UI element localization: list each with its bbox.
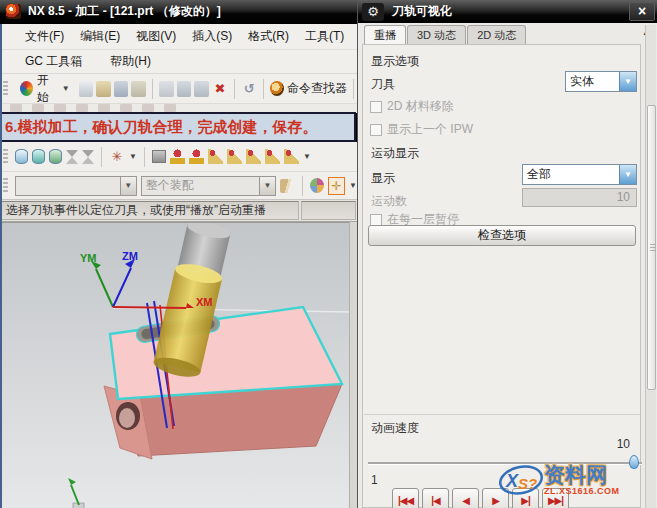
operation-icon-5[interactable]: [284, 149, 299, 164]
panel-header[interactable]: ⚙ 刀轨可视化 ×: [358, 0, 657, 23]
selection-bar: ▼ 整个装配 ▼ ✛ ▼: [0, 172, 357, 200]
separator: [152, 79, 153, 99]
snap-point-icon[interactable]: [310, 178, 324, 193]
part-top-face[interactable]: [110, 307, 342, 399]
checkbox-icon[interactable]: [370, 124, 382, 136]
postprocess-icon[interactable]: [82, 150, 94, 164]
annotation-banner: 6.模拟加工，确认刀轨合理，完成创建，保存。: [0, 112, 356, 142]
chevron-down-icon[interactable]: ▼: [619, 165, 636, 184]
checkbox-2d-material-removal[interactable]: 2D 材料移除: [370, 98, 454, 115]
display-options-header: 显示选项: [371, 53, 419, 70]
panel-tabs: 重播 3D 动态 2D 动态: [364, 25, 527, 44]
checkbox-label: 显示上一个 IPW: [387, 121, 473, 138]
add-icon[interactable]: [159, 81, 174, 97]
separator: [263, 79, 264, 99]
toolbar-grip[interactable]: [3, 81, 8, 97]
close-icon[interactable]: ×: [629, 2, 655, 21]
operation-icon-3[interactable]: [246, 149, 261, 164]
motion-count-field[interactable]: 10: [522, 188, 637, 207]
menu-tools[interactable]: 工具(T): [298, 26, 351, 47]
delete-icon[interactable]: ✖: [212, 81, 228, 97]
watermark-name: 资料网: [544, 464, 620, 485]
undo-icon[interactable]: ↺: [241, 81, 257, 97]
toolpath-visualization-panel: ⚙ 刀轨可视化 × 重播 3D 动态 2D 动态 ▲ 显示选项 刀具 实体 ▼ …: [357, 0, 657, 508]
menu-view[interactable]: 视图(V): [129, 26, 183, 47]
list-toolpath-icon[interactable]: [66, 150, 78, 164]
scrollbar-thumb[interactable]: [647, 105, 656, 390]
replay-toolpath-icon[interactable]: [32, 149, 45, 164]
tab-2d-dynamic[interactable]: 2D 动态: [467, 25, 526, 44]
open-file-icon[interactable]: [96, 81, 111, 97]
window-title: NX 8.5 - 加工 - [121.prt （修改的）]: [28, 3, 221, 20]
graphics-viewport[interactable]: YM ZM XM: [0, 222, 357, 508]
toolbar-grip[interactable]: [3, 149, 8, 165]
watermark-logo: X S?: [498, 460, 544, 500]
menu-file[interactable]: 文件(F): [18, 26, 71, 47]
point-on-face-icon[interactable]: ✛: [328, 177, 345, 195]
display-label: 显示: [371, 170, 395, 187]
watermark-site: ZL.XS1616.COM: [544, 487, 620, 496]
chevron-down-icon[interactable]: ▼: [349, 181, 357, 190]
play-reverse-button[interactable]: ◀: [452, 488, 479, 508]
checkbox-icon[interactable]: [370, 101, 382, 113]
menu-insert[interactable]: 插入(S): [185, 26, 239, 47]
view-triad: [68, 478, 84, 508]
generate-toolpath-icon[interactable]: [15, 149, 28, 164]
ym-axis-label: YM: [80, 252, 97, 264]
operation-icon-4[interactable]: [265, 149, 280, 164]
new-file-icon[interactable]: [79, 81, 94, 97]
menu-format[interactable]: 格式(R): [241, 26, 296, 47]
tool-display-combobox[interactable]: 实体 ▼: [565, 71, 637, 92]
machining-scatter-icon[interactable]: ✳: [109, 149, 125, 164]
chevron-down-icon[interactable]: ▼: [259, 177, 275, 195]
chevron-down-icon[interactable]: ▼: [619, 72, 636, 91]
panel-scrollbar[interactable]: [645, 25, 656, 508]
copy-icon[interactable]: [177, 81, 192, 97]
motion-display-combobox[interactable]: 全部 ▼: [522, 164, 637, 185]
tool-label: 刀具: [371, 76, 395, 93]
checkbox-label: 2D 材料移除: [387, 98, 454, 115]
menu-edit[interactable]: 编辑(E): [73, 26, 127, 47]
scrollbar-grip: [650, 244, 655, 252]
animation-speed-header: 动画速度: [371, 420, 419, 437]
selection-filter-combobox[interactable]: ▼: [15, 176, 137, 196]
command-finder-label[interactable]: 命令查找器: [287, 80, 347, 97]
start-button[interactable]: 开始 ▼: [14, 69, 76, 109]
highlight-icon[interactable]: [280, 179, 295, 193]
operation-icon-2[interactable]: [227, 149, 242, 164]
viewport-scene: YM ZM XM: [0, 223, 357, 508]
separator: [144, 147, 145, 167]
checkbox-icon[interactable]: [370, 214, 382, 226]
go-to-start-button[interactable]: |◀◀: [392, 488, 419, 508]
panel-splitter[interactable]: [349, 222, 357, 508]
mill-tool-icon[interactable]: [170, 149, 185, 164]
start-app-icon: [20, 81, 33, 96]
selection-scope-combobox[interactable]: 整个装配 ▼: [141, 176, 276, 196]
verify-toolpath-icon[interactable]: [49, 149, 62, 164]
operation-icon-1[interactable]: [208, 149, 223, 164]
check-options-button[interactable]: 检查选项: [368, 225, 636, 246]
xm-axis-label: XM: [196, 296, 213, 308]
separator: [101, 147, 102, 167]
command-finder-icon[interactable]: [270, 81, 284, 96]
part-icon[interactable]: [131, 81, 146, 97]
drill-tool-icon[interactable]: [189, 149, 204, 164]
menu-help[interactable]: 帮助(H): [103, 51, 158, 72]
chevron-down-icon[interactable]: ▼: [120, 177, 136, 195]
checkbox-show-previous-ipw[interactable]: 显示上一个 IPW: [370, 121, 473, 138]
motion-count-label: 运动数: [371, 193, 407, 210]
toolbar-grip[interactable]: [3, 178, 8, 194]
chevron-down-icon[interactable]: ▼: [129, 152, 137, 161]
svg-text:S?: S?: [518, 475, 537, 492]
chevron-down-icon[interactable]: ▼: [303, 152, 311, 161]
cue-status-bar: 选择刀轨事件以定位刀具，或使用“播放”启动重播: [0, 200, 357, 222]
step-back-button[interactable]: |◀: [422, 488, 449, 508]
tab-3d-dynamic[interactable]: 3D 动态: [407, 25, 466, 44]
tab-replay[interactable]: 重播: [364, 25, 406, 44]
paste-icon[interactable]: [194, 81, 209, 97]
workpiece-icon[interactable]: [152, 150, 166, 163]
gear-icon[interactable]: ⚙: [362, 3, 384, 21]
motion-display-value: 全部: [523, 165, 619, 184]
zm-axis-label: ZM: [122, 250, 138, 262]
save-icon[interactable]: [114, 81, 129, 97]
